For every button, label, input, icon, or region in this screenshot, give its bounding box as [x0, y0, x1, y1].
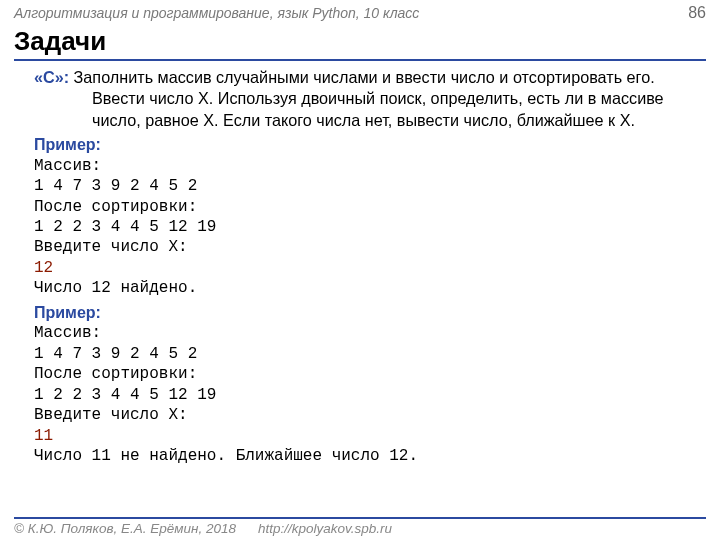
task-text-part1: Заполнить массив случайными числами и вв…	[74, 68, 664, 129]
example2-sorted-values: 1 2 2 3 4 4 5 12 19	[34, 385, 686, 405]
example1-sorted-label: После сортировки:	[34, 197, 686, 217]
example2-array-label: Массив:	[34, 323, 686, 343]
example1-input-prompt: Введите число X:	[34, 237, 686, 257]
task-description: «C»: Заполнить массив случайными числами…	[92, 67, 686, 131]
example2-label: Пример:	[34, 303, 686, 323]
example2-result: Число 11 не найдено. Ближайшее число 12.	[34, 446, 686, 466]
example-block-1: Пример: Массив: 1 4 7 3 9 2 4 5 2 После …	[34, 135, 686, 299]
header-bar: Алгоритмизация и программирование, язык …	[0, 0, 720, 24]
example1-input-value: 12	[34, 258, 686, 278]
page-number: 86	[688, 4, 706, 22]
example1-result: Число 12 найдено.	[34, 278, 686, 298]
copyright-text: © К.Ю. Поляков, Е.А. Ерёмин, 2018	[14, 521, 236, 536]
example2-sorted-label: После сортировки:	[34, 364, 686, 384]
example1-label: Пример:	[34, 135, 686, 155]
example2-input-value: 11	[34, 426, 686, 446]
footer-bar: © К.Ю. Поляков, Е.А. Ерёмин, 2018 http:/…	[14, 517, 706, 536]
example-block-2: Пример: Массив: 1 4 7 3 9 2 4 5 2 После …	[34, 303, 686, 467]
page-title: Задачи	[14, 26, 706, 61]
footer-url: http://kpolyakov.spb.ru	[258, 521, 392, 536]
example1-array-label: Массив:	[34, 156, 686, 176]
slide-page: Алгоритмизация и программирование, язык …	[0, 0, 720, 540]
content-area: «C»: Заполнить массив случайными числами…	[0, 61, 720, 467]
example1-array-values: 1 4 7 3 9 2 4 5 2	[34, 176, 686, 196]
subject-text: Алгоритмизация и программирование, язык …	[14, 5, 419, 21]
task-level-label: «C»:	[34, 68, 69, 86]
example2-array-values: 1 4 7 3 9 2 4 5 2	[34, 344, 686, 364]
title-wrap: Задачи	[0, 26, 720, 61]
example2-input-prompt: Введите число X:	[34, 405, 686, 425]
example1-sorted-values: 1 2 2 3 4 4 5 12 19	[34, 217, 686, 237]
